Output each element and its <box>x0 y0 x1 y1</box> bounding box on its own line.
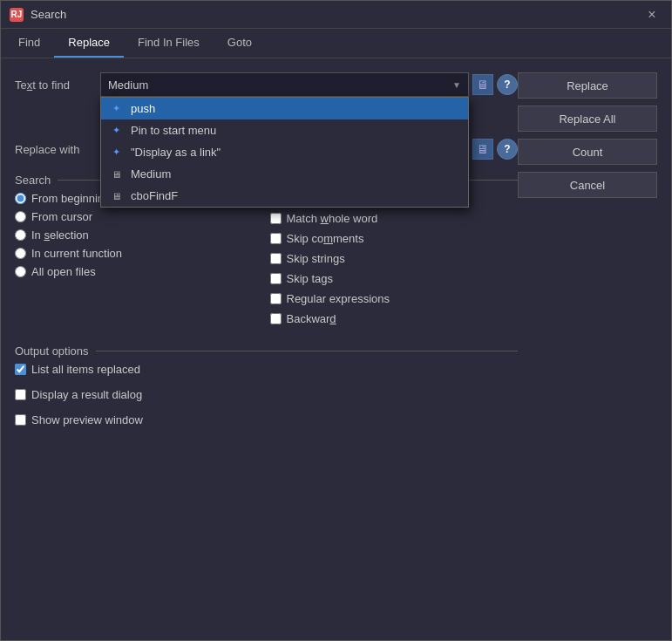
radio-from-beginning-label: From beginning <box>31 192 110 205</box>
radio-from-cursor-label: From cursor <box>31 210 92 223</box>
backward-label: Backward <box>287 312 336 325</box>
dropdown-arrow-icon: ▼ <box>452 80 461 90</box>
text-to-find-row: Text to find Medium ▼ ✦ push <box>15 72 518 97</box>
pushpin-icon: ✦ <box>108 103 124 115</box>
dropdown-item-medium-label: Medium <box>131 167 171 181</box>
dropdown-item-push[interactable]: ✦ push <box>101 98 468 119</box>
dropdown-popup: ✦ push ✦ Pin to start menu ✦ "Display as… <box>100 97 469 208</box>
dropdown-item-push-label: push <box>131 102 155 115</box>
help-button-find[interactable]: ? <box>497 74 518 95</box>
checkbox-show-preview[interactable]: Show preview window <box>15 413 518 426</box>
radio-all-open-files-label: All open files <box>31 265 96 278</box>
checkbox-skip-comments[interactable]: Skip comments <box>270 232 519 245</box>
dropdown-value: Medium <box>108 78 148 92</box>
search-and-options: From beginning From cursor In selection <box>15 192 518 332</box>
dropdown-item-cbofind-label: cboFindF <box>131 189 178 202</box>
output-options-section: Output options List all items replaced D… <box>15 344 518 433</box>
search-dialog: RJ Search × Find Replace Find In Files G… <box>0 0 672 641</box>
list-all-items-label: List all items replaced <box>31 363 140 376</box>
cancel-button[interactable]: Cancel <box>518 172 657 198</box>
regular-expressions-label: Regular expressions <box>287 292 390 305</box>
radio-in-selection[interactable]: In selection <box>15 228 263 242</box>
radio-from-cursor[interactable]: From cursor <box>15 210 263 223</box>
dropdown-item-medium[interactable]: 🖥 Medium <box>101 163 468 185</box>
dropdown-item-pin-label: Pin to start menu <box>131 124 216 137</box>
content-area: Text to find Medium ▼ ✦ push <box>1 58 671 640</box>
radio-in-selection-label: In selection <box>31 228 89 242</box>
checkbox-skip-tags[interactable]: Skip tags <box>270 272 519 285</box>
checkbox-display-result-dialog[interactable]: Display a result dialog <box>15 388 518 401</box>
output-checkboxes: List all items replaced Display a result… <box>15 363 518 433</box>
star-icon: ✦ <box>108 125 124 137</box>
dropdown-item-display-as-link[interactable]: ✦ "Display as a link" <box>101 141 468 163</box>
monitor-list-icon-2: 🖥 <box>108 190 124 202</box>
text-to-find-label: Text to find <box>15 78 93 92</box>
search-radio-group: From beginning From cursor In selection <box>15 192 263 332</box>
monitor-button-replace[interactable]: 🖥 <box>472 139 493 160</box>
radio-in-current-function-label: In current function <box>31 247 122 260</box>
tab-goto[interactable]: Goto <box>214 29 266 58</box>
options-checkbox-group: Preserve Case Match whole word Skip comm… <box>263 192 519 332</box>
radio-all-open-files[interactable]: All open files <box>15 265 263 278</box>
close-button[interactable]: × <box>641 4 662 25</box>
replace-all-button[interactable]: Replace All <box>518 106 657 132</box>
dropdown-wrapper: Medium ▼ ✦ push ✦ Pin to start menu <box>100 72 469 97</box>
checkbox-skip-strings[interactable]: Skip strings <box>270 252 519 265</box>
dropdown-item-link-label: "Display as a link" <box>131 146 221 159</box>
help-button-replace[interactable]: ? <box>497 139 518 160</box>
right-panel: Replace Replace All Count Cancel <box>518 72 657 626</box>
checkbox-regular-expressions[interactable]: Regular expressions <box>270 292 519 305</box>
tab-find[interactable]: Find <box>4 29 54 58</box>
tab-replace[interactable]: Replace <box>54 29 124 58</box>
replace-button[interactable]: Replace <box>518 72 657 99</box>
left-panel: Text to find Medium ▼ ✦ push <box>15 72 518 626</box>
count-button[interactable]: Count <box>518 139 657 165</box>
match-whole-word-label: Match whole word <box>287 212 378 225</box>
text-to-find-dropdown[interactable]: Medium ▼ <box>100 72 469 97</box>
monitor-list-icon: 🖥 <box>108 168 124 181</box>
app-logo: RJ <box>10 8 24 22</box>
tab-bar: Find Replace Find In Files Goto <box>1 29 671 58</box>
skip-strings-label: Skip strings <box>287 252 345 265</box>
replace-with-label: Replace with <box>15 143 93 156</box>
radio-in-current-function[interactable]: In current function <box>15 247 263 260</box>
chain-icon: ✦ <box>108 147 124 159</box>
dropdown-item-pin-to-start[interactable]: ✦ Pin to start menu <box>101 119 468 141</box>
window-title: Search <box>31 8 641 21</box>
checkbox-backward[interactable]: Backward <box>270 312 519 325</box>
skip-comments-label: Skip comments <box>287 232 364 245</box>
show-preview-label: Show preview window <box>31 413 143 426</box>
display-result-dialog-label: Display a result dialog <box>31 388 142 401</box>
output-options-title: Output options <box>15 344 518 358</box>
checkbox-match-whole-word[interactable]: Match whole word <box>270 212 519 225</box>
monitor-button-find[interactable]: 🖥 <box>472 74 493 95</box>
text-to-find-input-container: Medium ▼ ✦ push ✦ Pin to start menu <box>100 72 518 97</box>
checkbox-list-all-items[interactable]: List all items replaced <box>15 363 518 376</box>
title-bar: RJ Search × <box>1 1 671 29</box>
skip-tags-label: Skip tags <box>287 272 333 285</box>
dropdown-item-cbofind[interactable]: 🖥 cboFindF <box>101 185 468 207</box>
tab-find-in-files[interactable]: Find In Files <box>124 29 214 58</box>
